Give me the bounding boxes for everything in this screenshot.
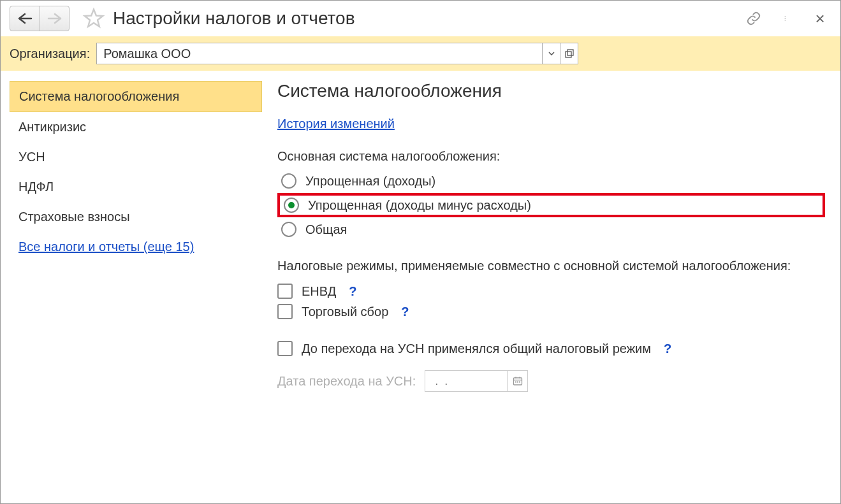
regimes-label: Налоговые режимы, применяемые совместно … <box>277 257 825 275</box>
radio-icon <box>281 173 296 189</box>
sidebar-item-tax-system[interactable]: Система налогообложения <box>10 81 262 112</box>
svg-rect-9 <box>515 382 516 383</box>
trade-tax-checkbox[interactable] <box>277 304 293 319</box>
radio-label: Общая <box>305 222 347 237</box>
more-menu-icon[interactable] <box>779 11 794 26</box>
svg-point-1 <box>785 18 786 19</box>
help-icon[interactable]: ? <box>664 342 671 356</box>
help-icon[interactable]: ? <box>401 305 409 319</box>
prior-general-regime-checkbox[interactable] <box>277 341 293 356</box>
sidebar-item-anticrisis[interactable]: Антикризис <box>10 112 262 142</box>
radio-simplified-income[interactable]: Упрощенная (доходы) <box>277 170 825 192</box>
svg-rect-10 <box>517 382 518 383</box>
help-icon[interactable]: ? <box>349 284 356 299</box>
content-heading: Система налогообложения <box>277 81 825 101</box>
svg-point-2 <box>785 20 786 21</box>
history-link[interactable]: История изменений <box>277 117 395 131</box>
sidebar-all-taxes-link[interactable]: Все налоги и отчеты (еще 15) <box>10 232 203 262</box>
svg-rect-11 <box>519 382 520 383</box>
svg-point-0 <box>785 17 786 18</box>
checkbox-label: ЕНВД <box>302 284 336 299</box>
radio-simplified-income-minus-expenses[interactable]: Упрощенная (доходы минус расходы) <box>277 193 825 217</box>
nav-forward-button[interactable] <box>40 6 69 31</box>
window-title: Настройки налогов и отчетов <box>113 8 741 29</box>
nav-back-button[interactable] <box>10 6 40 31</box>
close-button[interactable]: × <box>812 11 828 26</box>
sidebar-item-label: Система налогообложения <box>19 89 179 103</box>
usn-date-input[interactable] <box>425 370 508 392</box>
sidebar-item-label: УСН <box>18 150 45 164</box>
radio-icon <box>284 198 299 213</box>
checkbox-label: Торговый сбор <box>302 305 388 319</box>
favorite-star-icon[interactable] <box>82 7 105 30</box>
sidebar-item-insurance[interactable]: Страховые взносы <box>10 202 262 232</box>
organization-input[interactable] <box>96 43 543 64</box>
main-system-label: Основная система налогообложения: <box>277 149 825 164</box>
usn-date-label: Дата перехода на УСН: <box>277 374 416 389</box>
svg-rect-3 <box>566 52 571 57</box>
organization-open-button[interactable] <box>560 43 578 64</box>
organization-label: Организация: <box>10 47 90 61</box>
sidebar-item-label: Страховые взносы <box>18 210 130 224</box>
radio-label: Упрощенная (доходы минус расходы) <box>308 198 531 213</box>
envd-checkbox[interactable] <box>277 284 293 299</box>
sidebar-item-label: Антикризис <box>18 120 86 134</box>
sidebar-item-usn[interactable]: УСН <box>10 142 262 172</box>
organization-dropdown-button[interactable] <box>543 43 560 64</box>
sidebar-item-label: НДФЛ <box>18 180 54 194</box>
radio-icon <box>281 222 296 237</box>
sidebar-item-ndfl[interactable]: НДФЛ <box>10 172 262 202</box>
radio-general[interactable]: Общая <box>277 219 825 240</box>
radio-label: Упрощенная (доходы) <box>305 174 435 189</box>
link-icon[interactable] <box>746 11 761 26</box>
checkbox-label: До перехода на УСН применялся общий нало… <box>302 342 651 356</box>
calendar-button[interactable] <box>508 370 528 392</box>
svg-rect-4 <box>567 50 573 55</box>
